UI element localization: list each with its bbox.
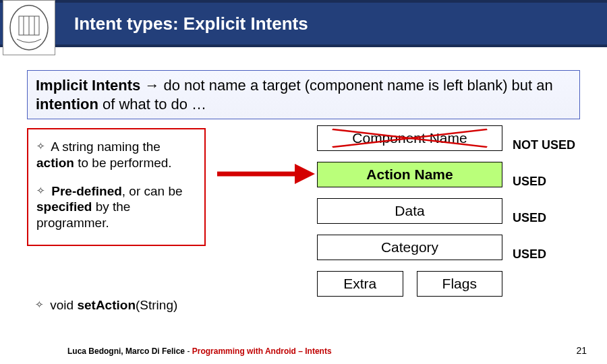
bullet-item-1: ✧ A string naming the action to be perfo… (36, 139, 196, 171)
intro-box: Implicit Intents → do not name a target … (27, 70, 580, 119)
bullet-text: to be performed. (74, 156, 172, 170)
page-number: 21 (576, 345, 587, 356)
svg-marker-6 (295, 164, 315, 184)
label-not-used: NOT USED (513, 127, 575, 163)
bullet-bold: setAction (77, 298, 136, 312)
title-bar: Intent types: Explicit Intents (0, 0, 607, 47)
intro-lead: Implicit Intents (36, 77, 140, 94)
block-pair-row: Extra Flags (317, 271, 502, 297)
bullet-bold: action (36, 156, 74, 170)
diamond-icon: ✧ (36, 185, 45, 196)
block-label: Component Name (352, 130, 467, 146)
bullet-text: A string naming the (51, 140, 161, 154)
block-category: Category (317, 235, 502, 260)
intent-structure: Component Name Action Name Data Category… (317, 125, 502, 297)
bullet-box: ✧ A string naming the action to be perfo… (27, 128, 206, 246)
block-label: Flags (442, 276, 477, 291)
footer-course: Programming with Android – Intents (192, 346, 332, 356)
usage-labels: NOT USED USED USED USED (513, 127, 575, 272)
bullet-item-2: ✧ Pre-defined, or can be specified by th… (36, 183, 196, 231)
seal-icon (8, 4, 50, 51)
block-component-name: Component Name (317, 125, 502, 151)
label-used: USED (513, 163, 575, 200)
slide-title: Intent types: Explicit Intents (74, 13, 308, 34)
footer: Luca Bedogni, Marco Di Felice - Programm… (67, 346, 587, 356)
bullet-bold: specified (36, 200, 92, 214)
block-action-name: Action Name (317, 162, 502, 187)
block-extra: Extra (317, 271, 403, 297)
intro-text-2: of what to do … (98, 96, 206, 113)
intro-text-1: do not name a target (component name is … (164, 77, 553, 94)
block-label: Data (395, 203, 424, 218)
block-label: Action Name (366, 166, 453, 182)
label-used: USED (513, 236, 575, 272)
bullet-text: void (50, 298, 77, 312)
university-seal-logo (3, 0, 55, 55)
bullet-bold: Pre-defined (51, 184, 122, 198)
diamond-icon: ✧ (36, 140, 45, 152)
footer-authors: Luca Bedogni, Marco Di Felice (67, 346, 185, 356)
intro-bold: intention (36, 96, 98, 113)
arrow-icon: → (144, 77, 159, 94)
bullet-text: (String) (136, 298, 177, 312)
block-flags: Flags (417, 271, 503, 297)
block-label: Category (381, 239, 438, 255)
content-area: ✧ A string naming the action to be perfo… (27, 128, 594, 246)
footer-sep: - (185, 346, 192, 356)
diamond-icon: ✧ (35, 299, 44, 310)
bullet-item-3: ✧ void setAction(String) (27, 298, 216, 313)
block-label: Extra (343, 276, 376, 291)
block-data: Data (317, 198, 502, 224)
label-used: USED (513, 200, 575, 236)
red-arrow-icon (217, 158, 315, 189)
bullet-text: , or can be (122, 184, 183, 198)
